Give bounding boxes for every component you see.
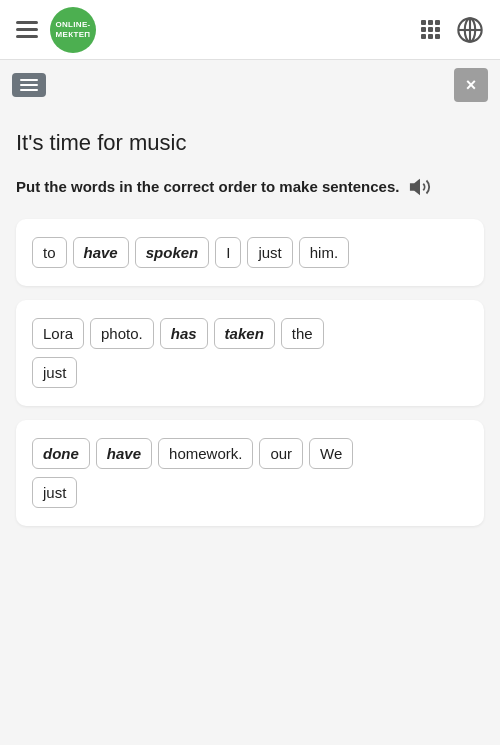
exercise-card-2: Loraphoto.hastakenthejust xyxy=(16,300,484,406)
hamburger-icon[interactable] xyxy=(16,21,38,38)
exercise-card-1: tohavespokenIjusthim. xyxy=(16,219,484,286)
nav-right xyxy=(421,16,484,44)
close-button[interactable]: × xyxy=(454,68,488,102)
word-token[interactable]: has xyxy=(160,318,208,349)
grid-icon[interactable] xyxy=(421,20,440,39)
sidebar-toggle-button[interactable] xyxy=(12,73,46,97)
word-token[interactable]: our xyxy=(259,438,303,469)
word-token[interactable]: We xyxy=(309,438,353,469)
word-token[interactable]: him. xyxy=(299,237,349,268)
word-token[interactable]: Lora xyxy=(32,318,84,349)
word-token[interactable]: photo. xyxy=(90,318,154,349)
word-token[interactable]: done xyxy=(32,438,90,469)
word-token[interactable]: just xyxy=(247,237,292,268)
word-token[interactable]: have xyxy=(96,438,152,469)
exercise-card-3: donehavehomework.ourWejust xyxy=(16,420,484,526)
word-token[interactable]: homework. xyxy=(158,438,253,469)
secondary-bar: × xyxy=(0,60,500,110)
audio-button[interactable] xyxy=(409,176,431,198)
logo: ONLINE- МЕКТЕП xyxy=(50,7,96,53)
word-token[interactable]: just xyxy=(32,477,77,508)
word-row-3-2: just xyxy=(32,477,468,508)
main-content: It's time for music Put the words in the… xyxy=(0,110,500,560)
word-token[interactable]: just xyxy=(32,357,77,388)
globe-icon[interactable] xyxy=(456,16,484,44)
word-row-2-2: just xyxy=(32,357,468,388)
word-token[interactable]: have xyxy=(73,237,129,268)
word-row-1: tohavespokenIjusthim. xyxy=(32,237,468,268)
word-row-3: donehavehomework.ourWe xyxy=(32,438,468,469)
word-token[interactable]: the xyxy=(281,318,324,349)
svg-marker-4 xyxy=(411,181,419,194)
exercises-container: tohavespokenIjusthim.Loraphoto.hastakent… xyxy=(16,219,484,526)
word-token[interactable]: I xyxy=(215,237,241,268)
lesson-title: It's time for music xyxy=(16,130,484,156)
nav-left: ONLINE- МЕКТЕП xyxy=(16,7,96,53)
word-token[interactable]: taken xyxy=(214,318,275,349)
top-nav: ONLINE- МЕКТЕП xyxy=(0,0,500,60)
instruction-text: Put the words in the correct order to ma… xyxy=(16,176,484,199)
word-row-2: Loraphoto.hastakenthe xyxy=(32,318,468,349)
word-token[interactable]: spoken xyxy=(135,237,210,268)
word-token[interactable]: to xyxy=(32,237,67,268)
